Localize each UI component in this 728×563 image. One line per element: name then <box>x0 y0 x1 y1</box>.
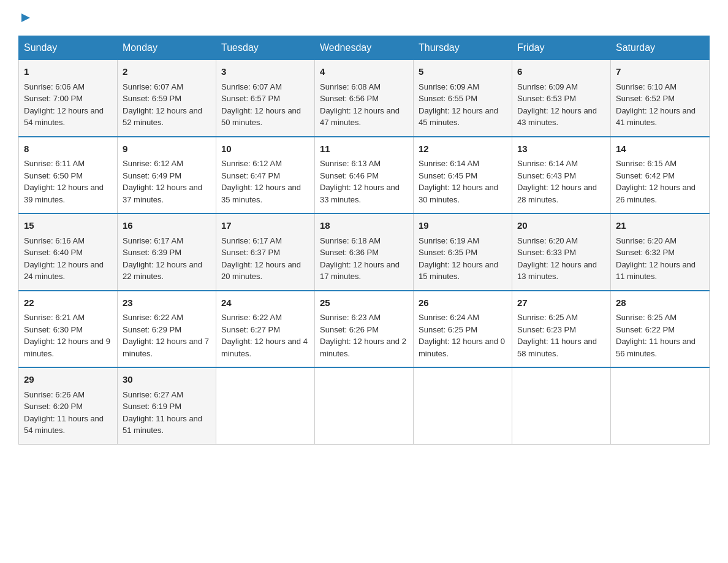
calendar-cell: 19Sunrise: 6:19 AMSunset: 6:35 PMDayligh… <box>414 213 512 291</box>
calendar-cell: 4Sunrise: 6:08 AMSunset: 6:56 PMDaylight… <box>315 60 414 137</box>
calendar-table: SundayMondayTuesdayWednesdayThursdayFrid… <box>18 36 710 445</box>
day-number: 1 <box>24 65 112 79</box>
header-day-thursday: Thursday <box>414 36 512 60</box>
day-info: Sunrise: 6:19 AMSunset: 6:35 PMDaylight:… <box>419 236 498 282</box>
header-day-wednesday: Wednesday <box>315 36 414 60</box>
calendar-cell <box>414 367 512 444</box>
calendar-cell: 30Sunrise: 6:27 AMSunset: 6:19 PMDayligh… <box>118 367 216 444</box>
day-info: Sunrise: 6:12 AMSunset: 6:49 PMDaylight:… <box>123 159 202 204</box>
day-info: Sunrise: 6:21 AMSunset: 6:30 PMDaylight:… <box>24 313 110 358</box>
day-number: 5 <box>419 65 507 79</box>
day-number: 16 <box>123 219 211 233</box>
day-info: Sunrise: 6:17 AMSunset: 6:39 PMDaylight:… <box>123 236 202 282</box>
page-header <box>18 12 710 25</box>
day-number: 12 <box>419 142 507 156</box>
week-row-2: 8Sunrise: 6:11 AMSunset: 6:50 PMDaylight… <box>19 137 710 214</box>
day-number: 27 <box>517 296 605 310</box>
week-row-4: 22Sunrise: 6:21 AMSunset: 6:30 PMDayligh… <box>19 291 710 368</box>
header-row: SundayMondayTuesdayWednesdayThursdayFrid… <box>19 36 710 60</box>
day-number: 28 <box>616 296 704 310</box>
day-number: 10 <box>221 142 309 156</box>
day-info: Sunrise: 6:17 AMSunset: 6:37 PMDaylight:… <box>221 236 301 282</box>
calendar-cell: 13Sunrise: 6:14 AMSunset: 6:43 PMDayligh… <box>512 137 611 214</box>
day-info: Sunrise: 6:26 AMSunset: 6:20 PMDaylight:… <box>24 390 104 435</box>
day-number: 17 <box>221 219 309 233</box>
day-number: 2 <box>123 65 211 79</box>
day-info: Sunrise: 6:24 AMSunset: 6:25 PMDaylight:… <box>419 313 505 358</box>
week-row-5: 29Sunrise: 6:26 AMSunset: 6:20 PMDayligh… <box>19 367 710 444</box>
calendar-cell: 1Sunrise: 6:06 AMSunset: 7:00 PMDaylight… <box>19 60 118 137</box>
day-info: Sunrise: 6:25 AMSunset: 6:23 PMDaylight:… <box>517 313 597 358</box>
calendar-cell: 25Sunrise: 6:23 AMSunset: 6:26 PMDayligh… <box>315 291 414 368</box>
calendar-cell <box>216 367 315 444</box>
day-info: Sunrise: 6:09 AMSunset: 6:55 PMDaylight:… <box>419 82 498 128</box>
day-info: Sunrise: 6:07 AMSunset: 6:59 PMDaylight:… <box>123 82 202 128</box>
calendar-cell: 14Sunrise: 6:15 AMSunset: 6:42 PMDayligh… <box>611 137 710 214</box>
header-day-sunday: Sunday <box>19 36 118 60</box>
calendar-cell <box>315 367 414 444</box>
calendar-cell <box>512 367 611 444</box>
header-day-tuesday: Tuesday <box>216 36 315 60</box>
day-info: Sunrise: 6:12 AMSunset: 6:47 PMDaylight:… <box>221 159 301 204</box>
header-day-friday: Friday <box>512 36 611 60</box>
calendar-cell: 7Sunrise: 6:10 AMSunset: 6:52 PMDaylight… <box>611 60 710 137</box>
day-number: 13 <box>517 142 605 156</box>
calendar-cell: 26Sunrise: 6:24 AMSunset: 6:25 PMDayligh… <box>414 291 512 368</box>
day-info: Sunrise: 6:09 AMSunset: 6:53 PMDaylight:… <box>517 82 597 128</box>
day-info: Sunrise: 6:20 AMSunset: 6:32 PMDaylight:… <box>616 236 696 282</box>
day-info: Sunrise: 6:08 AMSunset: 6:56 PMDaylight:… <box>320 82 400 128</box>
calendar-cell: 27Sunrise: 6:25 AMSunset: 6:23 PMDayligh… <box>512 291 611 368</box>
day-number: 7 <box>616 65 704 79</box>
calendar-cell: 6Sunrise: 6:09 AMSunset: 6:53 PMDaylight… <box>512 60 611 137</box>
calendar-cell: 29Sunrise: 6:26 AMSunset: 6:20 PMDayligh… <box>19 367 118 444</box>
day-info: Sunrise: 6:06 AMSunset: 7:00 PMDaylight:… <box>24 82 104 128</box>
day-number: 14 <box>616 142 704 156</box>
calendar-cell <box>611 367 710 444</box>
calendar-cell: 9Sunrise: 6:12 AMSunset: 6:49 PMDaylight… <box>118 137 216 214</box>
calendar-cell: 16Sunrise: 6:17 AMSunset: 6:39 PMDayligh… <box>118 213 216 291</box>
svg-marker-0 <box>21 13 30 22</box>
day-info: Sunrise: 6:25 AMSunset: 6:22 PMDaylight:… <box>616 313 696 358</box>
day-info: Sunrise: 6:18 AMSunset: 6:36 PMDaylight:… <box>320 236 400 282</box>
calendar-cell: 3Sunrise: 6:07 AMSunset: 6:57 PMDaylight… <box>216 60 315 137</box>
calendar-cell: 24Sunrise: 6:22 AMSunset: 6:27 PMDayligh… <box>216 291 315 368</box>
day-info: Sunrise: 6:11 AMSunset: 6:50 PMDaylight:… <box>24 159 104 204</box>
calendar-cell: 11Sunrise: 6:13 AMSunset: 6:46 PMDayligh… <box>315 137 414 214</box>
day-info: Sunrise: 6:14 AMSunset: 6:43 PMDaylight:… <box>517 159 597 204</box>
day-number: 19 <box>419 219 507 233</box>
day-number: 23 <box>123 296 211 310</box>
week-row-3: 15Sunrise: 6:16 AMSunset: 6:40 PMDayligh… <box>19 213 710 291</box>
calendar-cell: 5Sunrise: 6:09 AMSunset: 6:55 PMDaylight… <box>414 60 512 137</box>
day-number: 3 <box>221 65 309 79</box>
day-number: 6 <box>517 65 605 79</box>
header-day-saturday: Saturday <box>611 36 710 60</box>
day-info: Sunrise: 6:16 AMSunset: 6:40 PMDaylight:… <box>24 236 104 282</box>
day-info: Sunrise: 6:10 AMSunset: 6:52 PMDaylight:… <box>616 82 696 128</box>
logo <box>18 12 36 25</box>
day-info: Sunrise: 6:23 AMSunset: 6:26 PMDaylight:… <box>320 313 406 358</box>
calendar-cell: 23Sunrise: 6:22 AMSunset: 6:29 PMDayligh… <box>118 291 216 368</box>
day-number: 24 <box>221 296 309 310</box>
day-info: Sunrise: 6:20 AMSunset: 6:33 PMDaylight:… <box>517 236 597 282</box>
day-number: 29 <box>24 373 112 387</box>
day-info: Sunrise: 6:07 AMSunset: 6:57 PMDaylight:… <box>221 82 301 128</box>
day-info: Sunrise: 6:14 AMSunset: 6:45 PMDaylight:… <box>419 159 498 204</box>
day-number: 22 <box>24 296 112 310</box>
day-number: 11 <box>320 142 408 156</box>
day-info: Sunrise: 6:15 AMSunset: 6:42 PMDaylight:… <box>616 159 696 204</box>
calendar-cell: 17Sunrise: 6:17 AMSunset: 6:37 PMDayligh… <box>216 213 315 291</box>
day-number: 20 <box>517 219 605 233</box>
header-day-monday: Monday <box>118 36 216 60</box>
calendar-cell: 28Sunrise: 6:25 AMSunset: 6:22 PMDayligh… <box>611 291 710 368</box>
day-number: 18 <box>320 219 408 233</box>
day-number: 4 <box>320 65 408 79</box>
week-row-1: 1Sunrise: 6:06 AMSunset: 7:00 PMDaylight… <box>19 60 710 137</box>
day-info: Sunrise: 6:27 AMSunset: 6:19 PMDaylight:… <box>123 390 202 435</box>
calendar-cell: 22Sunrise: 6:21 AMSunset: 6:30 PMDayligh… <box>19 291 118 368</box>
calendar-cell: 20Sunrise: 6:20 AMSunset: 6:33 PMDayligh… <box>512 213 611 291</box>
calendar-cell: 10Sunrise: 6:12 AMSunset: 6:47 PMDayligh… <box>216 137 315 214</box>
day-info: Sunrise: 6:22 AMSunset: 6:29 PMDaylight:… <box>123 313 209 358</box>
day-number: 15 <box>24 219 112 233</box>
day-number: 30 <box>123 373 211 387</box>
calendar-cell: 18Sunrise: 6:18 AMSunset: 6:36 PMDayligh… <box>315 213 414 291</box>
